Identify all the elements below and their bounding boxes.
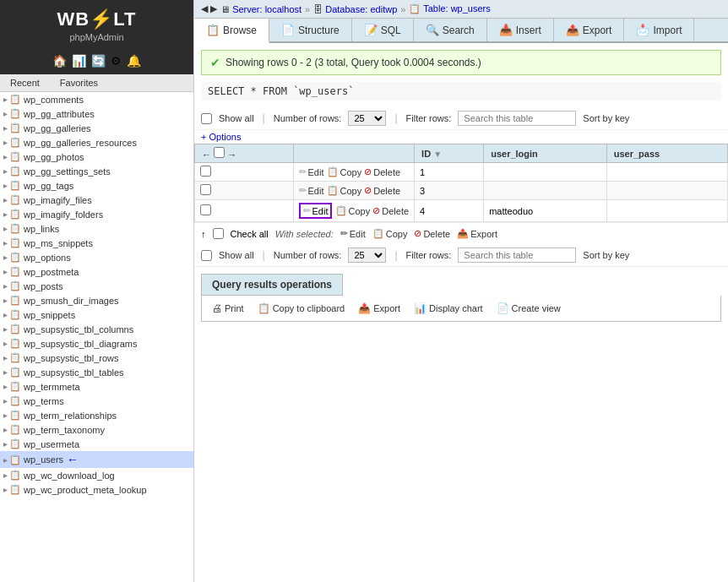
tab-browse[interactable]: 📋Browse — [194, 19, 269, 43]
sidebar-item-wp_wc_product_meta_lookup[interactable]: ▸📋wp_wc_product_meta_lookup — [0, 482, 193, 497]
delete-selected-btn[interactable]: ⊘ Delete — [414, 228, 450, 239]
sidebar-item-wp_links[interactable]: ▸📋wp_links — [0, 221, 193, 236]
select-all-checkbox-top[interactable] — [214, 147, 225, 158]
export-btn[interactable]: 📤 Export — [358, 302, 400, 314]
server-link[interactable]: Server: localhost — [232, 4, 302, 14]
sidebar-item-wp_termmeta[interactable]: ▸📋wp_termmeta — [0, 379, 193, 394]
sidebar-item-wp_supsystic_tbl_columns[interactable]: ▸📋wp_supsystic_tbl_columns — [0, 322, 193, 336]
copy-btn-2[interactable]: 📋Copy — [335, 205, 371, 216]
sidebar-item-wp_gg_galleries[interactable]: ▸📋wp_gg_galleries — [0, 121, 193, 135]
show-all-checkbox[interactable] — [201, 113, 212, 124]
chart-icon[interactable]: 📊 — [72, 54, 86, 68]
sidebar-item-wp_usermeta[interactable]: ▸📋wp_usermeta — [0, 437, 193, 451]
sidebar-item-wp_gg_settings_sets[interactable]: ▸📋wp_gg_settings_sets — [0, 164, 193, 178]
expand-icon: ▸ — [3, 425, 8, 434]
sidebar-item-wp_snippets[interactable]: ▸📋wp_snippets — [0, 307, 193, 322]
table-link[interactable]: Table: wp_users — [423, 3, 491, 14]
sidebar-item-wp_gg_photos[interactable]: ▸📋wp_gg_photos — [0, 150, 193, 164]
sidebar-item-wp_supsystic_tbl_tables[interactable]: ▸📋wp_supsystic_tbl_tables — [0, 365, 193, 379]
table-name: wp_gg_tags — [24, 181, 73, 191]
sidebar-item-wp_options[interactable]: ▸📋wp_options — [0, 250, 193, 264]
controls-row-bottom: Show all | Number of rows: 25 50 100 | F… — [194, 244, 728, 267]
options-toggle[interactable]: + Options — [194, 130, 728, 144]
success-message: Showing rows 0 - 2 (3 total, Query took … — [225, 57, 481, 68]
tab-import[interactable]: 📩Import — [624, 19, 694, 41]
tab-export[interactable]: 📤Export — [554, 19, 625, 41]
expand-icon: ▸ — [3, 95, 8, 104]
tab-insert[interactable]: 📥Insert — [487, 19, 554, 41]
edit-btn[interactable]: ✏Edit — [299, 166, 324, 177]
sidebar-item-wp_terms[interactable]: ▸📋wp_terms — [0, 394, 193, 408]
search-input-bottom[interactable] — [458, 247, 576, 263]
sidebar-item-wp_term_relationships[interactable]: ▸📋wp_term_relationships — [0, 408, 193, 422]
sidebar-item-wp_term_taxonomy[interactable]: ▸📋wp_term_taxonomy — [0, 422, 193, 437]
edit-selected-btn[interactable]: ✏ Edit — [340, 228, 366, 239]
edit-btn-highlight[interactable]: ✏Edit — [299, 203, 333, 219]
sidebar-item-wp_supsystic_tbl_rows[interactable]: ▸📋wp_supsystic_tbl_rows — [0, 351, 193, 365]
copy-btn-1[interactable]: 📋Copy — [327, 185, 362, 196]
sidebar-item-wp_gg_attributes[interactable]: ▸📋wp_gg_attributes — [0, 106, 193, 121]
expand-icon: ▸ — [3, 367, 8, 377]
tab-sql[interactable]: 📝SQL — [352, 19, 414, 41]
favorites-tab[interactable]: Favorites — [50, 74, 108, 91]
sidebar-item-wp_imagify_folders[interactable]: ▸📋wp_imagify_folders — [0, 207, 193, 221]
expand-icon: ▸ — [3, 396, 8, 405]
delete-btn-0[interactable]: ⊘Delete — [364, 166, 400, 177]
expand-icon: ▸ — [3, 470, 8, 480]
recent-tab[interactable]: Recent — [0, 74, 50, 91]
sidebar-item-wp_gg_galleries_resources[interactable]: ▸📋wp_gg_galleries_resources — [0, 135, 193, 150]
copy-clipboard-btn[interactable]: 📋 Copy to clipboard — [258, 302, 345, 314]
row-id-1: 3 — [415, 182, 484, 200]
row-checkbox-1[interactable] — [200, 184, 211, 195]
display-chart-btn[interactable]: 📊 Display chart — [414, 302, 483, 314]
sidebar-item-wp_postmeta[interactable]: ▸📋wp_postmeta — [0, 264, 193, 279]
bell-icon[interactable]: 🔔 — [127, 54, 141, 68]
logo-text: WB⚡LT — [8, 8, 185, 30]
copy-btn-0[interactable]: 📋Copy — [327, 166, 362, 177]
col-user-pass-header[interactable]: user_pass — [606, 144, 727, 163]
col-user-login-header[interactable]: user_login — [484, 144, 607, 163]
row-checkbox-cell — [195, 163, 294, 182]
row-checkbox-2[interactable] — [200, 204, 211, 215]
table-icon: 📋 — [9, 309, 21, 320]
delete-btn-1[interactable]: ⊘Delete — [364, 185, 400, 196]
sidebar-item-wp_supsystic_tbl_diagrams[interactable]: ▸📋wp_supsystic_tbl_diagrams — [0, 336, 193, 351]
edit-btn[interactable]: ✏Edit — [299, 185, 324, 196]
sidebar-item-wp_users[interactable]: ▸📋wp_users← — [0, 451, 193, 468]
delete-btn-2[interactable]: ⊘Delete — [372, 205, 409, 216]
create-view-btn[interactable]: 📄 Create view — [497, 302, 561, 314]
row-user-login-2: matteoduo — [484, 200, 607, 222]
row-checkbox-0[interactable] — [200, 166, 211, 177]
search-input-top[interactable] — [458, 111, 576, 126]
sidebar-item-wp_gg_tags[interactable]: ▸📋wp_gg_tags — [0, 178, 193, 193]
forward-arrow[interactable]: → — [227, 150, 236, 160]
num-rows-select[interactable]: 25 50 100 — [348, 111, 386, 126]
show-all-checkbox-bottom[interactable] — [201, 250, 212, 261]
controls-row-top: Show all | Number of rows: 25 50 100 | F… — [194, 107, 728, 130]
back-arrow-bottom[interactable]: ↑ — [201, 229, 206, 239]
tab-search[interactable]: 🔍Search — [414, 19, 487, 41]
sidebar-item-wp_ms_snippets[interactable]: ▸📋wp_ms_snippets — [0, 236, 193, 250]
back-arrow[interactable]: ← — [202, 150, 211, 160]
expand-icon: ▸ — [3, 253, 8, 262]
gear-icon[interactable]: ⚙ — [111, 54, 122, 68]
edit-selected-icon: ✏ — [340, 228, 348, 239]
sidebar-item-wp_wc_download_log[interactable]: ▸📋wp_wc_download_log — [0, 468, 193, 482]
chart-ops-icon: 📊 — [414, 302, 426, 314]
sidebar-item-wp_posts[interactable]: ▸📋wp_posts — [0, 279, 193, 293]
nav-tabs: Recent Favorites — [0, 74, 193, 92]
sidebar-item-wp_imagify_files[interactable]: ▸📋wp_imagify_files — [0, 193, 193, 207]
check-all-bottom[interactable] — [213, 228, 224, 239]
export-selected-btn[interactable]: 📤 Export — [457, 228, 497, 239]
copy-icon-0: 📋 — [327, 166, 339, 177]
num-rows-select-bottom[interactable]: 25 50 100 — [348, 247, 386, 263]
refresh-icon[interactable]: 🔄 — [91, 54, 106, 68]
col-id-header[interactable]: ID ▼ — [415, 144, 484, 163]
sidebar-item-wp_smush_dir_images[interactable]: ▸📋wp_smush_dir_images — [0, 293, 193, 307]
sidebar-item-wp_comments[interactable]: ▸📋wp_comments — [0, 92, 193, 106]
print-btn[interactable]: 🖨 Print — [212, 302, 244, 314]
copy-selected-btn[interactable]: 📋 Copy — [372, 228, 408, 239]
database-link[interactable]: Database: editwp — [325, 4, 397, 14]
home-icon[interactable]: 🏠 — [52, 54, 67, 68]
tab-structure[interactable]: 📄Structure — [269, 19, 352, 41]
